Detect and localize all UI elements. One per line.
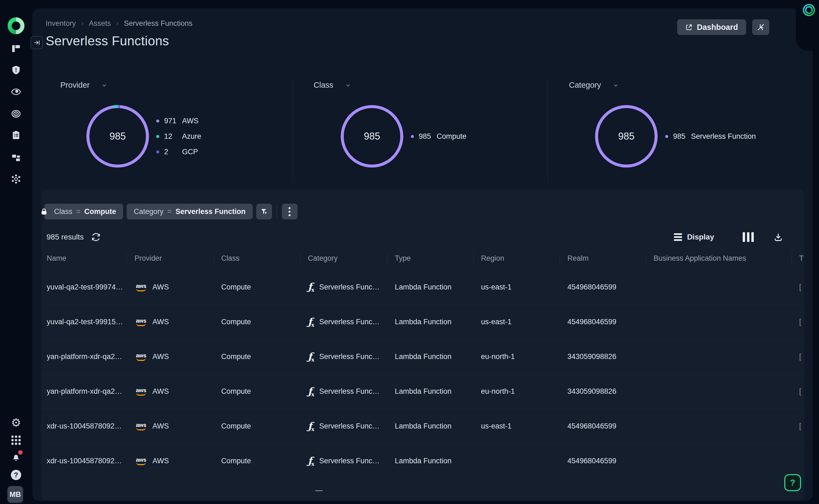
legend-item[interactable]: 12 Azure (156, 129, 201, 144)
filter-chip-category[interactable]: Category = Serverless Function (127, 204, 252, 219)
filters-menu-button[interactable] (282, 204, 297, 219)
legend-label: Compute (437, 132, 467, 141)
function-icon: ƒx (308, 317, 314, 327)
breadcrumb-current: Serverless Functions (124, 19, 192, 28)
cell-type: Lambda Function (387, 422, 473, 430)
display-button[interactable]: Display (674, 233, 714, 241)
function-icon: ƒx (308, 456, 314, 467)
table-row[interactable]: yan-platform-xdr-qa2… aws AWS Compute ƒx… (41, 374, 804, 409)
refresh-button[interactable] (91, 232, 100, 242)
column-header-business-apps[interactable]: Business Application Names (646, 250, 792, 266)
display-icon (674, 233, 682, 241)
sidebar-item-discovery[interactable] (10, 86, 22, 97)
navigation-off-button[interactable] (752, 19, 769, 35)
sidebar-item-apps[interactable] (11, 436, 21, 445)
legend-dot (665, 135, 668, 138)
results-row: 985 results Display (41, 229, 804, 245)
download-button[interactable] (773, 232, 783, 242)
column-header-region[interactable]: Region (473, 250, 560, 266)
cell-category: ƒx Serverless Func… (300, 351, 387, 362)
results-count: 985 results (46, 233, 84, 241)
loading-spinner (802, 4, 815, 17)
cursor-slash-icon (757, 23, 765, 31)
sidebar-item-help[interactable]: ? (11, 470, 21, 480)
gear-icon: ⚙ (11, 417, 21, 429)
breadcrumb-assets[interactable]: Assets (89, 19, 111, 28)
column-header-realm[interactable]: Realm (560, 250, 646, 266)
table-row[interactable]: yan-platform-xdr-qa2… aws AWS Compute ƒx… (41, 339, 804, 374)
legend-item[interactable]: 971 AWS (156, 113, 201, 129)
sidebar-item-radar[interactable] (11, 108, 21, 119)
view-tools: Display (674, 232, 783, 242)
cell-tags: [ (792, 318, 804, 326)
org-blocks-icon (11, 152, 21, 162)
breadcrumb-inventory[interactable]: Inventory (46, 19, 76, 28)
cell-realm: 454968046599 (560, 283, 646, 291)
function-icon: ƒx (308, 386, 314, 397)
column-header-type[interactable]: Type (387, 250, 473, 266)
dashboard-button[interactable]: Dashboard (677, 19, 746, 35)
legend-value: 2 (164, 148, 182, 156)
refresh-icon (91, 232, 100, 242)
cell-type: Lambda Function (387, 352, 473, 361)
sidebar-item-alerts[interactable] (11, 65, 21, 75)
chart-category-dropdown[interactable]: Category (569, 81, 619, 90)
chart-provider-dropdown[interactable]: Provider (60, 81, 107, 90)
sidebar-item-attack-paths[interactable] (10, 173, 22, 185)
user-avatar[interactable]: MB (7, 486, 23, 503)
class-donut-total: 985 (364, 131, 380, 142)
partial-row-placeholder: — (315, 486, 322, 494)
cell-region: eu-north-1 (473, 352, 560, 361)
cell-class: Compute (213, 283, 300, 291)
orca-logo[interactable] (7, 17, 25, 35)
provider-legend: 971 AWS 12 Azure 2 GCP (156, 113, 201, 160)
legend-item[interactable]: 2 GCP (156, 144, 201, 160)
column-header-tags[interactable]: T (792, 250, 804, 266)
cell-class: Compute (213, 457, 300, 465)
main-panel: Inventory Assets Serverless Functions Se… (32, 8, 813, 501)
table-row[interactable]: xdr-us-10045878092… aws AWS Compute ƒx S… (41, 409, 804, 443)
cell-provider: aws AWS (127, 422, 213, 430)
legend-label: Azure (182, 132, 201, 141)
legend-item[interactable]: 985 Compute (411, 129, 467, 144)
collapse-arrow-icon (33, 39, 40, 46)
shield-alert-icon (11, 65, 21, 75)
add-filter-button[interactable] (256, 204, 272, 219)
chevron-right-icon (80, 21, 84, 26)
columns-button[interactable] (743, 232, 754, 242)
cell-tags: [ (792, 387, 804, 396)
table-row[interactable]: xdr-us-10045878092… aws AWS Compute ƒx S… (41, 443, 804, 478)
help-button[interactable]: ? (784, 474, 801, 491)
sidebar-item-notifications[interactable] (11, 452, 21, 462)
sidebar-item-dashboards[interactable] (11, 43, 21, 54)
sidebar-item-business-units[interactable] (11, 152, 21, 162)
category-legend: 985 Serverless Function (665, 129, 756, 144)
column-header-class[interactable]: Class (213, 250, 300, 266)
column-header-name[interactable]: Name (41, 250, 127, 266)
cell-class: Compute (213, 352, 300, 361)
chart-category-label: Category (569, 81, 601, 90)
legend-item[interactable]: 985 Serverless Function (665, 129, 756, 144)
filter-chip-class[interactable]: Class = Compute (44, 204, 123, 219)
cell-tags: [ (792, 352, 804, 361)
aws-logo-icon: aws (134, 283, 147, 291)
column-header-provider[interactable]: Provider (127, 250, 213, 266)
notification-badge (18, 450, 23, 455)
cell-name: yuval-qa2-test-99915… (41, 318, 127, 326)
cell-region: us-east-1 (473, 283, 560, 291)
cell-tags: [ (792, 422, 804, 430)
table-row[interactable]: yuval-qa2-test-99915… aws AWS Compute ƒx… (41, 304, 804, 339)
help-icon: ? (11, 470, 21, 480)
cell-provider: aws AWS (127, 318, 213, 326)
sidebar-item-inventory[interactable] (11, 130, 21, 140)
class-legend: 985 Compute (411, 129, 467, 144)
table-row[interactable]: yuval-qa2-test-99974… aws AWS Compute ƒx… (41, 270, 804, 304)
column-header-category[interactable]: Category (300, 250, 387, 266)
chevron-down-icon (613, 83, 619, 88)
chart-class-dropdown[interactable]: Class (313, 81, 351, 90)
provider-donut: 985 (86, 105, 149, 168)
kebab-icon (288, 207, 290, 216)
sidebar-collapse-button[interactable] (30, 36, 43, 49)
sidebar-item-settings[interactable]: ⚙ (11, 417, 21, 429)
aws-logo-icon: aws (134, 387, 147, 396)
